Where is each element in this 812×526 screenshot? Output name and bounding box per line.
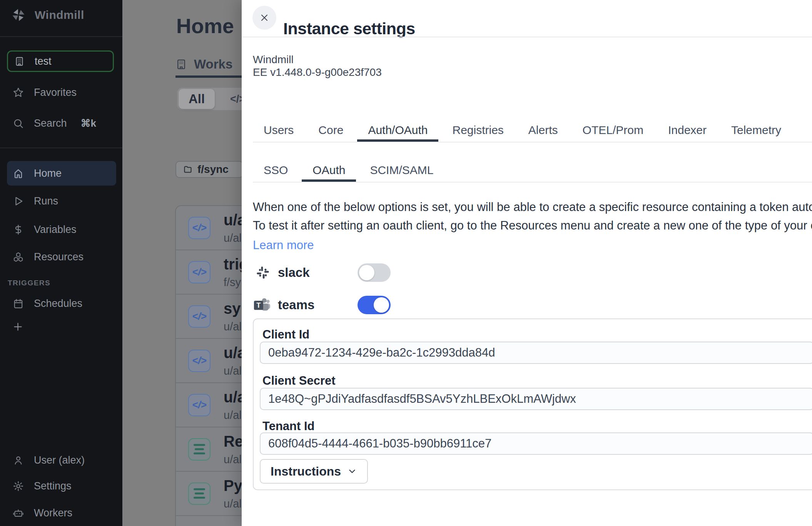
calendar-icon [13, 298, 24, 309]
user-icon [13, 455, 24, 466]
instructions-button[interactable]: Instructions [260, 459, 368, 484]
sidebar-item-label: Schedules [34, 298, 82, 310]
script-icon: </> [188, 261, 211, 283]
add-trigger-button[interactable] [0, 316, 122, 337]
tab-otel-prom[interactable]: OTEL/Prom [572, 119, 654, 142]
product-name: Windmill [253, 53, 294, 66]
chevron-down-icon [347, 466, 357, 476]
divider [242, 37, 812, 37]
sidebar-item-settings[interactable]: Settings [0, 476, 122, 496]
folder-chip-label: f/sync [197, 163, 229, 176]
tab-users[interactable]: Users [253, 119, 304, 142]
provider-row-slack: slack [242, 263, 812, 283]
description-line-2: To test it after setting an oauth client… [253, 219, 812, 233]
subtab-scim-saml[interactable]: SCIM/SAML [359, 159, 444, 182]
code-glyph: </> [192, 355, 207, 367]
divider [0, 147, 122, 148]
sidebar-item-label: Resources [34, 251, 84, 263]
sidebar-item-label: Settings [34, 480, 72, 492]
divider [0, 36, 122, 37]
script-icon: </> [188, 217, 211, 239]
search-shortcut: ⌘k [81, 117, 96, 129]
toggle-knob [374, 297, 389, 313]
tab-telemetry[interactable]: Telemetry [720, 119, 792, 142]
building-icon [14, 56, 25, 67]
tenant-id-input[interactable] [260, 432, 812, 455]
slack-toggle[interactable] [358, 263, 391, 282]
sidebar-item-favorites[interactable]: Favorites [0, 82, 122, 103]
tab-workspace[interactable]: Works [175, 57, 232, 72]
document-icon [188, 482, 211, 505]
sidebar-item-label: User (alex) [34, 454, 85, 466]
sidebar-item-label: Search [34, 117, 67, 129]
sidebar-item-variables[interactable]: Variables [0, 219, 122, 240]
tab-auth-oauth[interactable]: Auth/OAuth [357, 119, 438, 142]
document-icon [188, 438, 211, 461]
toggle-knob [359, 265, 374, 280]
sidebar-item-label: Home [34, 168, 62, 179]
workspace-selector[interactable]: test [7, 50, 114, 72]
triggers-section-label: TRIGGERS [8, 279, 50, 287]
instance-settings-drawer: Instance settings Windmill EE v1.448.0-9… [242, 0, 812, 526]
tab-indexer[interactable]: Indexer [657, 119, 717, 142]
brand-name: Windmill [35, 8, 84, 22]
client-id-input[interactable] [260, 342, 812, 364]
client-id-label: Client Id [262, 328, 309, 342]
windmill-logo-icon [11, 8, 26, 22]
tab-label: Works [194, 57, 232, 72]
close-icon [259, 12, 270, 23]
provider-name: teams [278, 298, 314, 312]
version-text: EE v1.448.0-9-g00e23f703 [253, 66, 382, 79]
subtab-sso[interactable]: SSO [253, 159, 299, 182]
provider-name: slack [278, 265, 310, 280]
script-icon: </> [188, 394, 211, 416]
subtab-oauth[interactable]: OAuth [302, 159, 356, 182]
sidebar-item-user[interactable]: User (alex) [0, 450, 122, 471]
code-glyph: </> [192, 222, 207, 234]
tenant-id-label: Tenant Id [262, 419, 314, 433]
sidebar-item-runs[interactable]: Runs [0, 191, 122, 211]
learn-more-link[interactable]: Learn more [253, 238, 314, 252]
brand: Windmill [11, 8, 84, 22]
folder-filter-chip[interactable]: f/sync [175, 161, 243, 178]
sidebar-item-home[interactable]: Home [7, 161, 116, 186]
home-icon [13, 168, 24, 179]
close-button[interactable] [252, 6, 276, 30]
provider-row-teams: T teams [242, 295, 812, 315]
plus-icon [13, 322, 23, 332]
script-icon: </> [188, 350, 211, 372]
sidebar-item-schedules[interactable]: Schedules [0, 293, 122, 314]
client-secret-label: Client Secret [262, 374, 336, 388]
teams-icon: T [253, 296, 271, 314]
robot-icon [13, 508, 24, 519]
sidebar-item-workers[interactable]: Workers [0, 503, 122, 523]
play-icon [13, 196, 24, 207]
settings-tabs: Users Core Auth/OAuth Registries Alerts … [253, 119, 812, 142]
sidebar-item-resources[interactable]: Resources [0, 246, 122, 267]
teams-toggle[interactable] [358, 296, 391, 314]
oauth-config-panel: Client Id Client Secret Tenant Id Instru… [253, 318, 812, 490]
sidebar-item-label: Workers [34, 507, 72, 519]
sidebar-item-label: Runs [34, 195, 58, 207]
sidebar-item-label: Favorites [34, 87, 77, 99]
filter-all-button[interactable]: All [179, 89, 215, 109]
svg-text:T: T [256, 302, 261, 309]
code-glyph: </> [192, 266, 207, 278]
client-secret-input[interactable] [260, 388, 812, 410]
workspace-name: test [35, 55, 52, 67]
drawer-title: Instance settings [283, 19, 415, 38]
sidebar-item-label: Variables [34, 224, 77, 236]
dollar-icon [13, 224, 24, 235]
search-icon [13, 118, 24, 129]
star-icon [13, 87, 24, 98]
gear-icon [13, 481, 24, 492]
tab-alerts[interactable]: Alerts [518, 119, 569, 142]
sidebar-item-search[interactable]: Search ⌘k [0, 113, 122, 134]
sidebar: Windmill test Favorites [0, 0, 122, 526]
folder-icon [183, 165, 192, 174]
code-glyph: </> [192, 399, 207, 411]
boxes-icon [13, 251, 24, 263]
tab-core[interactable]: Core [307, 119, 354, 142]
tab-registries[interactable]: Registries [441, 119, 514, 142]
slack-icon [256, 266, 270, 280]
